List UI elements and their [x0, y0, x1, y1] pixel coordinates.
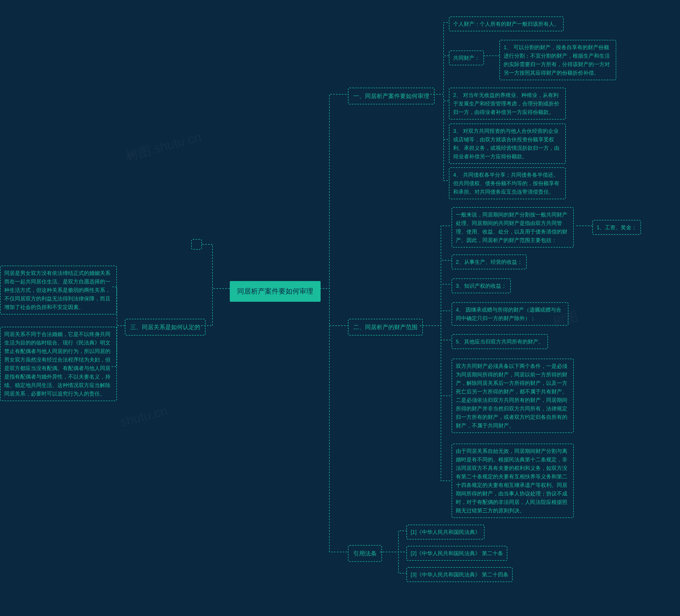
branch-1-n2: 共同财产： [449, 51, 484, 65]
branch-2-n1: 一般来说，同居期间的财产分割按一般共同财产处理。同居期间的共同财产是指由双方共同… [452, 207, 574, 248]
branch-1-n3: 2、 对当年无收益的养殖业、种殖业，从有利于发展生产和经营管理考虑，合理分割或折… [449, 88, 566, 119]
branch-3-n3: [3]《中华人民共和国民法典》 第二十四条 [406, 567, 513, 582]
branch-2-n2: 2、从事生产、经营的收益； [452, 254, 527, 269]
branch-2-n6: 双方共同财产必须具备以下两个条件，一是必须为同居期间所得的财产，同居以前一方所得… [452, 359, 574, 433]
branch-1-n2a: 1、 可以分割的财产，按各自享有的财产份额进行分割；不宜分割的财产，根据生产和生… [499, 40, 616, 80]
branch-2-n5: 5、其他应当归双方共同所有的财产。 [452, 334, 548, 349]
branch-2-n4: 4、 因继承或赠与所得的财产（遗嘱或赠与合同中确定只归一方的财产除外）； [452, 302, 568, 326]
branch-4-title: 三、同居关系是如何认定的 [125, 319, 206, 335]
branch-1-n4: 3、 对双方共同投资的与他人合伙经营的企业或店铺等，由双方就该合伙投资份额享受权… [449, 123, 566, 164]
watermark: 树图 shutu.cn [124, 128, 203, 165]
branch-2-n7: 由于同居关系自始无效，同居期间财产分割与离婚时是有不同的。根据民法典第十二条规定… [452, 444, 574, 518]
branch-1-n5: 4、 共同债权各半分享；共同债务各半偿还。但共同债权、债务份额不均等的，按份额享… [449, 167, 566, 199]
root-node: 同居析产案件要如何审理 [230, 281, 321, 302]
branch-3-title: 引用法条 [348, 545, 382, 562]
branch-2-n1a: 1、工资、奖金； [592, 220, 641, 235]
branch-1-n1: 个人财产：个人所有的财产一般归该所有人。 [449, 17, 564, 31]
branch-1-title: 一、同居析产案件要如何审理 [348, 88, 434, 104]
branch-3-n2: [2]《中华人民共和国民法典》 第二十条 [406, 546, 507, 561]
watermark: shutu.cn [118, 403, 169, 429]
empty-node [191, 239, 202, 250]
branch-4-n1: 同居是男女双方没有依法缔结正式的婚姻关系而在一起共同居住生活。是双方自愿选择的一… [0, 265, 117, 314]
branch-2-title: 二、同居析产的财产范围 [348, 319, 423, 335]
branch-3-n1: [1]《中华人民共和国民法典》 [406, 525, 484, 539]
branch-4-n2: 同居关系不同于合法婚姻，它是不以终身共同生活为目的的临时组合。现行《民法典》明文… [0, 327, 117, 401]
branch-2-n3: 3、知识产权的收益； [452, 278, 511, 293]
